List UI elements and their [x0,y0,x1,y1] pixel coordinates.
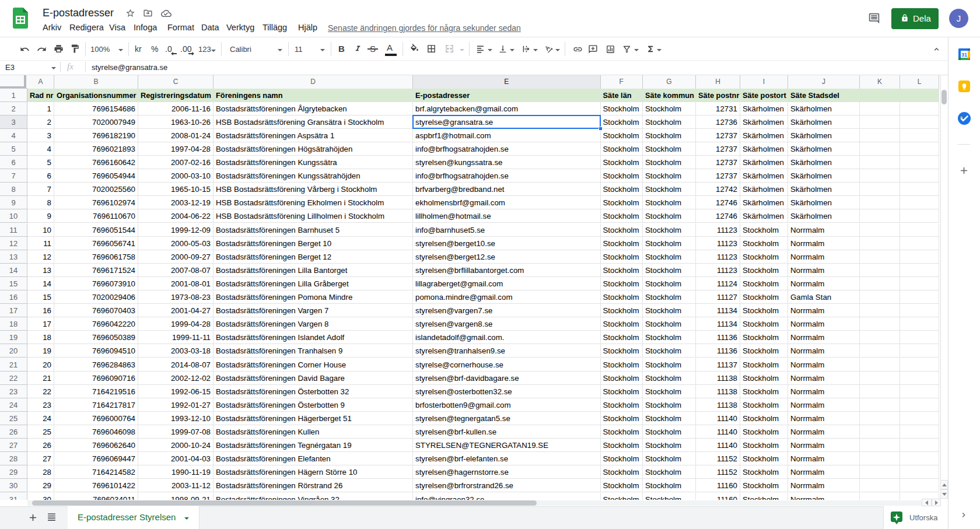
svg-text:31: 31 [961,52,967,58]
